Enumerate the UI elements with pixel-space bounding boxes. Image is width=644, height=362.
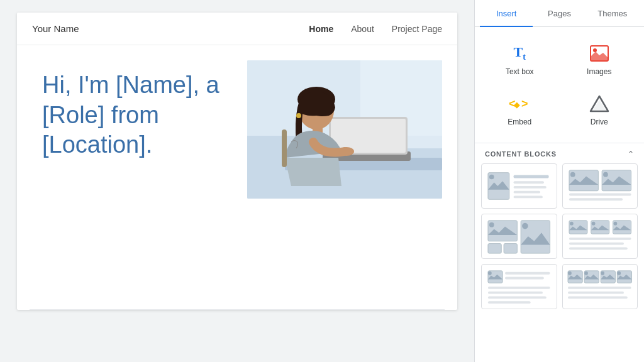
- insert-tools: Tt Text box Images < ◆ >: [475, 27, 644, 143]
- svg-rect-12: [282, 129, 287, 167]
- block-card-3[interactable]: [481, 214, 557, 259]
- svg-point-43: [522, 223, 528, 229]
- site-frame: Your Name Home About Project Page Hi, I'…: [17, 13, 457, 310]
- svg-rect-23: [514, 175, 549, 178]
- hero-image: [247, 60, 442, 199]
- nav-project-page[interactable]: Project Page: [392, 24, 442, 34]
- svg-point-76: [617, 272, 621, 275]
- svg-point-11: [339, 147, 354, 156]
- right-panel: Insert Pages Themes Tt Text box Images: [474, 0, 644, 362]
- blocks-grid: [475, 163, 644, 315]
- images-label: Images: [587, 67, 611, 76]
- block-card-6[interactable]: [562, 264, 638, 309]
- chevron-up-icon[interactable]: ⌃: [628, 150, 634, 158]
- svg-rect-77: [568, 287, 631, 289]
- svg-rect-39: [488, 244, 501, 253]
- embed-tool[interactable]: < ◆ > Embed: [480, 85, 560, 135]
- textbox-icon: Tt: [514, 43, 526, 63]
- svg-point-46: [569, 222, 573, 226]
- drive-label: Drive: [591, 118, 608, 126]
- svg-rect-54: [569, 243, 623, 245]
- images-icon: [590, 43, 609, 63]
- svg-rect-55: [569, 247, 627, 250]
- svg-rect-63: [488, 296, 547, 299]
- hero-text-block: Hi, I'm [Name], a [Role] from [Location]…: [17, 45, 247, 309]
- text-box-label: Text box: [506, 67, 534, 76]
- svg-point-73: [601, 272, 604, 275]
- embed-label: Embed: [508, 118, 531, 126]
- svg-rect-24: [514, 181, 544, 184]
- text-box-tool[interactable]: Tt Text box: [480, 35, 560, 85]
- svg-rect-78: [568, 292, 624, 294]
- svg-point-49: [591, 222, 595, 226]
- svg-rect-62: [488, 292, 543, 294]
- svg-point-58: [488, 272, 492, 275]
- svg-rect-59: [505, 272, 550, 275]
- nav-about[interactable]: About: [351, 24, 374, 34]
- svg-rect-60: [505, 277, 544, 280]
- svg-rect-64: [488, 301, 531, 304]
- site-nav: Home About Project Page: [309, 24, 442, 34]
- drive-tool[interactable]: Drive: [560, 85, 640, 135]
- svg-rect-25: [514, 186, 547, 189]
- svg-rect-40: [504, 244, 517, 253]
- svg-point-10: [296, 113, 301, 118]
- drive-icon: [589, 94, 609, 114]
- svg-point-38: [489, 222, 494, 228]
- svg-rect-79: [568, 296, 628, 299]
- svg-text:>: >: [521, 97, 528, 110]
- svg-rect-53: [569, 238, 631, 240]
- svg-point-33: [603, 172, 608, 177]
- svg-point-14: [593, 48, 597, 52]
- content-blocks-header: CONTENT BLOCKS ⌃: [475, 143, 644, 163]
- tab-pages[interactable]: Pages: [533, 0, 586, 27]
- site-logo: Your Name: [32, 23, 79, 34]
- site-divider: [30, 309, 445, 310]
- svg-rect-27: [514, 195, 543, 198]
- canvas-area: Your Name Home About Project Page Hi, I'…: [0, 0, 474, 362]
- svg-point-70: [584, 272, 588, 275]
- site-header: Your Name Home About Project Page: [17, 13, 457, 45]
- block-card-2[interactable]: [562, 163, 638, 209]
- panel-tabs: Insert Pages Themes: [475, 0, 644, 27]
- tab-themes[interactable]: Themes: [586, 0, 639, 27]
- svg-rect-34: [569, 194, 631, 196]
- tab-insert[interactable]: Insert: [480, 0, 533, 27]
- svg-rect-26: [514, 191, 541, 194]
- block-card-4[interactable]: [562, 214, 638, 259]
- svg-point-30: [570, 172, 575, 177]
- block-card-1[interactable]: [481, 163, 557, 209]
- hero-heading: Hi, I'm [Name], a [Role] from [Location]…: [42, 70, 228, 160]
- block-card-5[interactable]: [481, 264, 557, 309]
- svg-point-52: [613, 222, 617, 226]
- nav-home[interactable]: Home: [309, 24, 333, 34]
- svg-point-22: [489, 175, 494, 180]
- svg-text:◆: ◆: [513, 101, 520, 109]
- svg-rect-61: [488, 287, 550, 289]
- content-blocks-title: CONTENT BLOCKS: [485, 150, 557, 158]
- images-tool[interactable]: Images: [560, 35, 640, 85]
- site-content: Hi, I'm [Name], a [Role] from [Location]…: [17, 45, 457, 309]
- embed-icon: < ◆ >: [509, 94, 530, 114]
- svg-rect-35: [569, 198, 622, 200]
- svg-point-67: [568, 272, 572, 275]
